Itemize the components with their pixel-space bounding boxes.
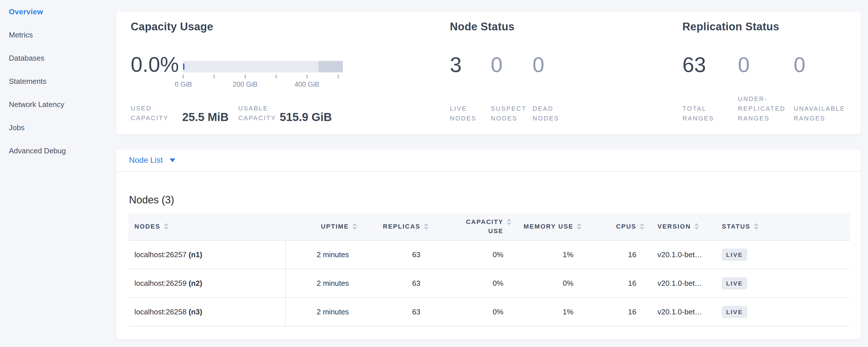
node-id: (n2) <box>188 279 202 287</box>
capacity-bar-track <box>183 61 343 72</box>
sort-icon[interactable] <box>424 223 428 230</box>
capacity-bar-reserved-segment <box>319 61 343 72</box>
main-content: Capacity Usage 0.0% 0 GiB 200 GiB 400 Gi… <box>116 0 861 347</box>
axis-tick <box>338 75 339 78</box>
capacity-use-cell: 0% <box>432 269 515 297</box>
sidebar-item-databases[interactable]: Databases <box>0 54 116 77</box>
replication-status-title: Replication Status <box>682 21 779 33</box>
usable-capacity-stat: USABLE CAPACITY 515.9 GiB <box>238 103 332 123</box>
dead-nodes-value: 0 <box>532 54 572 76</box>
column-label: VERSION <box>657 223 691 230</box>
column-header-uptime[interactable]: UPTIME <box>285 213 360 240</box>
under-replicated-ranges-stat: 0 UNDER-REPLICATED RANGES <box>738 54 792 123</box>
node-list-dropdown[interactable]: Node List <box>129 156 175 165</box>
node-address-cell[interactable]: localhost:26258 (n3) <box>128 297 285 326</box>
axis-label: 200 GiB <box>233 81 258 88</box>
uptime-cell: 2 minutes <box>285 269 360 297</box>
app-root: Overview Metrics Databases Statements Ne… <box>0 0 868 347</box>
node-address: localhost:26258 <box>134 308 186 316</box>
sidebar-item-statements[interactable]: Statements <box>0 77 116 100</box>
sort-icon[interactable] <box>640 223 644 230</box>
memory-use-cell: 0% <box>515 269 585 297</box>
column-header-version[interactable]: VERSION <box>648 213 712 240</box>
node-id: (n1) <box>188 250 202 259</box>
axis-tick <box>214 75 215 78</box>
node-status-title: Node Status <box>450 21 515 33</box>
usable-capacity-label: USABLE CAPACITY <box>238 103 280 123</box>
sidebar-item-jobs[interactable]: Jobs <box>0 123 116 147</box>
sidebar-item-network-latency[interactable]: Network Latency <box>0 100 116 123</box>
table-row[interactable]: localhost:26257 (n1) 2 minutes 63 0% 1% … <box>128 240 850 269</box>
column-label: CPUS <box>616 223 637 230</box>
used-capacity-value: 25.5 MiB <box>182 111 228 124</box>
sort-icon[interactable] <box>577 223 582 230</box>
sidebar-item-overview[interactable]: Overview <box>0 7 116 31</box>
axis-tick <box>276 75 277 78</box>
axis-tick <box>307 75 307 78</box>
sort-icon[interactable] <box>352 223 357 230</box>
column-label: CAPACITY USE <box>465 217 503 236</box>
column-header-nodes[interactable]: NODES <box>128 213 285 240</box>
replicas-cell: 63 <box>360 269 432 297</box>
sidebar: Overview Metrics Databases Statements Ne… <box>0 0 116 347</box>
status-cell: LIVE <box>712 240 850 269</box>
version-cell: v20.1.0-bet… <box>648 240 712 269</box>
cluster-summary-card: Capacity Usage 0.0% 0 GiB 200 GiB 400 Gi… <box>116 11 861 134</box>
dead-nodes-label: DEAD NODES <box>532 104 567 123</box>
node-list-card: Node List Nodes (3) NODES UPTIME REPLICA… <box>116 149 861 339</box>
node-address-cell[interactable]: localhost:26257 (n1) <box>128 240 285 269</box>
cpus-cell: 16 <box>585 240 648 269</box>
node-id: (n3) <box>188 308 202 316</box>
capacity-bar-used-segment <box>183 64 184 70</box>
table-row[interactable]: localhost:26258 (n3) 2 minutes 63 0% 1% … <box>128 297 850 326</box>
node-list-dropdown-label: Node List <box>129 156 163 165</box>
status-badge: LIVE <box>722 306 747 318</box>
status-cell: LIVE <box>712 297 850 326</box>
suspect-nodes-stat: 0 SUSPECT NODES <box>491 54 531 123</box>
under-replicated-ranges-label: UNDER-REPLICATED RANGES <box>738 94 792 123</box>
capacity-used-percent: 0.0% <box>131 54 179 76</box>
sort-icon[interactable] <box>754 223 758 230</box>
column-label: REPLICAS <box>383 223 421 230</box>
column-header-capacity-use[interactable]: CAPACITY USE <box>432 213 515 240</box>
status-cell: LIVE <box>712 269 850 297</box>
total-ranges-value: 63 <box>682 54 737 76</box>
version-cell: v20.1.0-bet… <box>648 269 712 297</box>
column-header-memory-use[interactable]: MEMORY USE <box>515 213 585 240</box>
chevron-down-icon <box>169 158 175 162</box>
total-ranges-label: TOTAL RANGES <box>682 104 719 123</box>
node-address-cell[interactable]: localhost:26259 (n2) <box>128 269 285 297</box>
used-capacity-label: USED CAPACITY <box>131 103 182 123</box>
live-nodes-stat: 3 LIVE NODES <box>450 54 490 123</box>
unavailable-ranges-stat: 0 UNAVAILABLE RANGES <box>794 54 851 123</box>
sidebar-item-advanced-debug[interactable]: Advanced Debug <box>0 147 116 170</box>
status-badge: LIVE <box>722 249 747 261</box>
usable-capacity-value: 515.9 GiB <box>280 111 332 124</box>
sort-icon[interactable] <box>507 219 512 225</box>
replicas-cell: 63 <box>360 297 432 326</box>
capacity-bar-chart: 0 GiB 200 GiB 400 GiB <box>183 61 343 101</box>
capacity-use-cell: 0% <box>432 297 515 326</box>
table-row[interactable]: localhost:26259 (n2) 2 minutes 63 0% 0% … <box>128 269 850 297</box>
column-header-status[interactable]: STATUS <box>712 213 850 240</box>
column-label: UPTIME <box>321 223 349 230</box>
used-capacity-stat: USED CAPACITY 25.5 MiB <box>131 103 228 123</box>
node-address: localhost:26259 <box>134 279 186 287</box>
column-header-replicas[interactable]: REPLICAS <box>360 213 432 240</box>
sort-icon[interactable] <box>694 223 699 230</box>
live-nodes-value: 3 <box>450 54 490 76</box>
live-nodes-label: LIVE NODES <box>450 104 484 123</box>
suspect-nodes-label: SUSPECT NODES <box>491 104 528 123</box>
column-header-cpus[interactable]: CPUS <box>585 213 648 240</box>
axis-label: 400 GiB <box>294 81 319 88</box>
nodes-table: NODES UPTIME REPLICAS CAPACITY USE MEMOR… <box>128 213 850 326</box>
axis-tick <box>183 75 184 78</box>
sidebar-item-metrics[interactable]: Metrics <box>0 31 116 54</box>
sort-icon[interactable] <box>164 223 168 230</box>
memory-use-cell: 1% <box>515 240 585 269</box>
uptime-cell: 2 minutes <box>285 297 360 326</box>
table-header-row: NODES UPTIME REPLICAS CAPACITY USE MEMOR… <box>128 213 850 240</box>
unavailable-ranges-label: UNAVAILABLE RANGES <box>794 104 851 123</box>
node-address: localhost:26257 <box>134 250 186 259</box>
replicas-cell: 63 <box>360 240 432 269</box>
